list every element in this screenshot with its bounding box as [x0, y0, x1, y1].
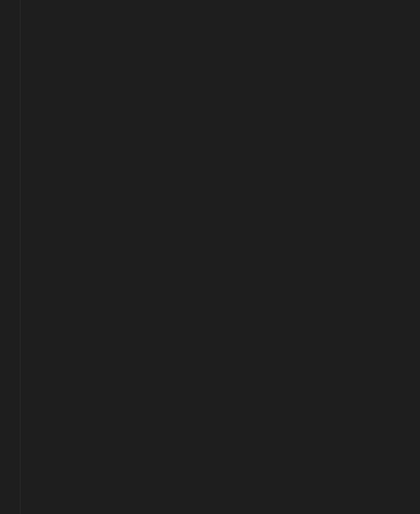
- line-number-gutter: [0, 0, 20, 514]
- code-content[interactable]: [20, 0, 420, 514]
- code-editor: [0, 0, 420, 514]
